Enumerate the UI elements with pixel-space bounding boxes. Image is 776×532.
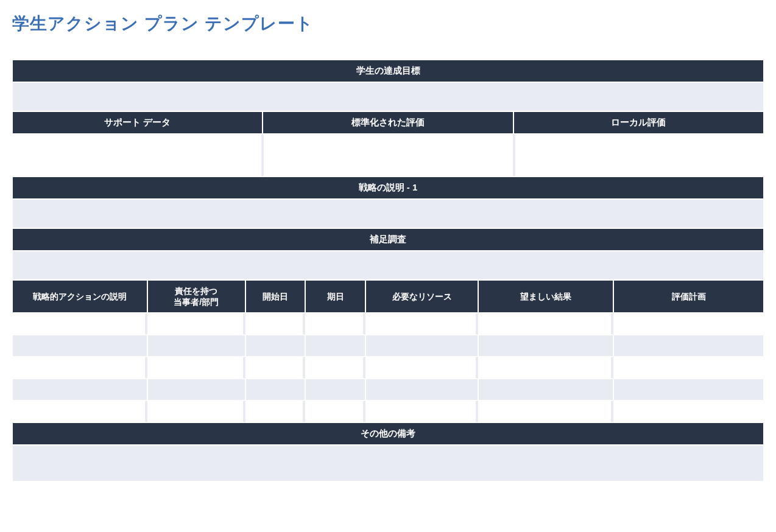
action-cell[interactable] <box>478 357 613 379</box>
action-cell[interactable] <box>305 379 365 401</box>
support-body-row <box>12 134 764 177</box>
support-header-row: サポート データ 標準化された評価 ローカル評価 <box>12 111 764 134</box>
action-cell[interactable] <box>147 401 245 422</box>
strategy-header: 戦略の説明 - 1 <box>12 177 764 199</box>
eval-plan-header: 評価計画 <box>613 280 764 313</box>
standardized-eval-input[interactable] <box>261 134 512 177</box>
due-date-header: 期日 <box>305 280 365 313</box>
action-cell[interactable] <box>613 401 764 422</box>
local-eval-input[interactable] <box>513 134 764 177</box>
action-cell[interactable] <box>245 379 306 401</box>
notes-header: その他の備考 <box>12 422 764 445</box>
page-title: 学生アクション プラン テンプレート <box>12 12 764 35</box>
action-cell[interactable] <box>245 335 306 357</box>
action-cell[interactable] <box>305 313 365 335</box>
action-table-header: 戦略的アクションの説明 責任を持つ 当事者/部門 開始日 期日 必要なリソース … <box>12 280 764 313</box>
action-cell[interactable] <box>613 335 764 357</box>
action-cell[interactable] <box>305 357 365 379</box>
responsible-header: 責任を持つ 当事者/部門 <box>147 280 245 313</box>
support-data-input[interactable] <box>12 134 261 177</box>
action-row-4 <box>12 379 764 401</box>
action-cell[interactable] <box>12 401 147 422</box>
action-cell[interactable] <box>365 401 478 422</box>
local-eval-header: ローカル評価 <box>513 111 764 134</box>
action-desc-header: 戦略的アクションの説明 <box>12 280 147 313</box>
strategy-input[interactable] <box>12 199 764 228</box>
action-cell[interactable] <box>365 357 478 379</box>
notes-input[interactable] <box>12 445 764 481</box>
action-cell[interactable] <box>245 313 306 335</box>
action-cell[interactable] <box>478 379 613 401</box>
action-cell[interactable] <box>613 357 764 379</box>
template-container: 学生の達成目標 サポート データ 標準化された評価 ローカル評価 戦略の説明 -… <box>12 60 764 481</box>
action-row-3 <box>12 357 764 379</box>
action-cell[interactable] <box>147 335 245 357</box>
action-row-2 <box>12 335 764 357</box>
goal-input[interactable] <box>12 82 764 111</box>
start-date-header: 開始日 <box>245 280 306 313</box>
support-data-header: サポート データ <box>12 111 263 134</box>
action-cell[interactable] <box>478 313 613 335</box>
action-cell[interactable] <box>12 335 147 357</box>
action-cell[interactable] <box>245 357 306 379</box>
action-cell[interactable] <box>365 335 478 357</box>
action-cell[interactable] <box>305 401 365 422</box>
action-cell[interactable] <box>147 313 245 335</box>
action-cell[interactable] <box>613 313 764 335</box>
desired-result-header: 望ましい結果 <box>478 280 613 313</box>
action-cell[interactable] <box>613 379 764 401</box>
action-cell[interactable] <box>147 379 245 401</box>
action-cell[interactable] <box>365 313 478 335</box>
supplement-header: 補足調査 <box>12 228 764 251</box>
action-cell[interactable] <box>365 379 478 401</box>
action-cell[interactable] <box>478 401 613 422</box>
action-cell[interactable] <box>12 357 147 379</box>
action-cell[interactable] <box>12 313 147 335</box>
supplement-input[interactable] <box>12 251 764 280</box>
action-cell[interactable] <box>245 401 306 422</box>
action-row-1 <box>12 313 764 335</box>
action-row-5 <box>12 401 764 422</box>
resources-header: 必要なリソース <box>365 280 478 313</box>
action-cell[interactable] <box>147 357 245 379</box>
goal-header: 学生の達成目標 <box>12 60 764 82</box>
action-cell[interactable] <box>478 335 613 357</box>
action-cell[interactable] <box>305 335 365 357</box>
standardized-eval-header: 標準化された評価 <box>263 111 513 134</box>
action-cell[interactable] <box>12 379 147 401</box>
